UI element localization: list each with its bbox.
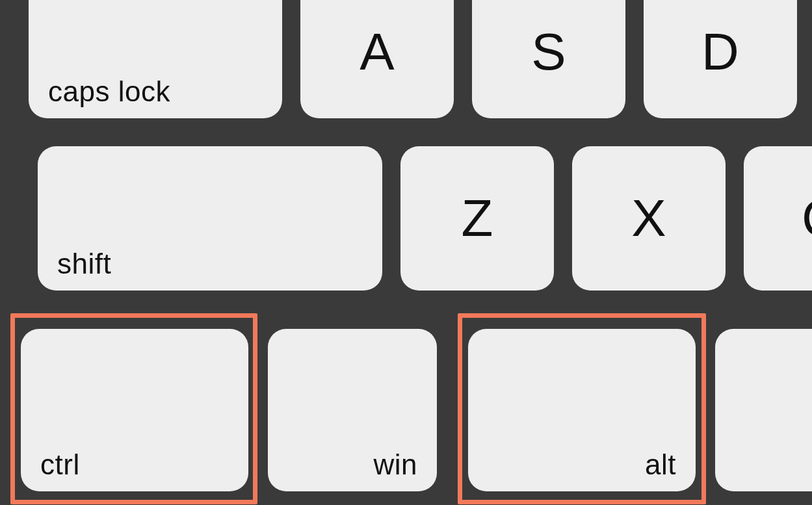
- key-label: A: [360, 22, 394, 82]
- keyboard: caps lock A S D shift Z X C ctrl win alt: [0, 0, 812, 505]
- key-z[interactable]: Z: [400, 146, 554, 291]
- key-a[interactable]: A: [300, 0, 454, 118]
- key-d[interactable]: D: [644, 0, 797, 118]
- key-label: caps lock: [48, 75, 170, 108]
- key-win[interactable]: win: [268, 329, 437, 491]
- key-c[interactable]: C: [744, 146, 812, 291]
- key-label: S: [531, 22, 566, 82]
- key-blank[interactable]: [715, 329, 812, 491]
- key-label: alt: [645, 448, 676, 481]
- key-label: Z: [462, 188, 493, 248]
- key-alt[interactable]: alt: [468, 329, 696, 491]
- key-x[interactable]: X: [572, 146, 726, 291]
- key-s[interactable]: S: [472, 0, 625, 118]
- key-label: win: [373, 448, 417, 481]
- key-label: ctrl: [40, 448, 80, 481]
- key-shift[interactable]: shift: [38, 146, 382, 291]
- key-label: D: [701, 22, 739, 82]
- key-label: X: [631, 188, 666, 248]
- key-label: C: [802, 188, 812, 248]
- key-ctrl[interactable]: ctrl: [21, 329, 248, 491]
- key-caps-lock[interactable]: caps lock: [29, 0, 282, 118]
- key-label: shift: [57, 248, 111, 280]
